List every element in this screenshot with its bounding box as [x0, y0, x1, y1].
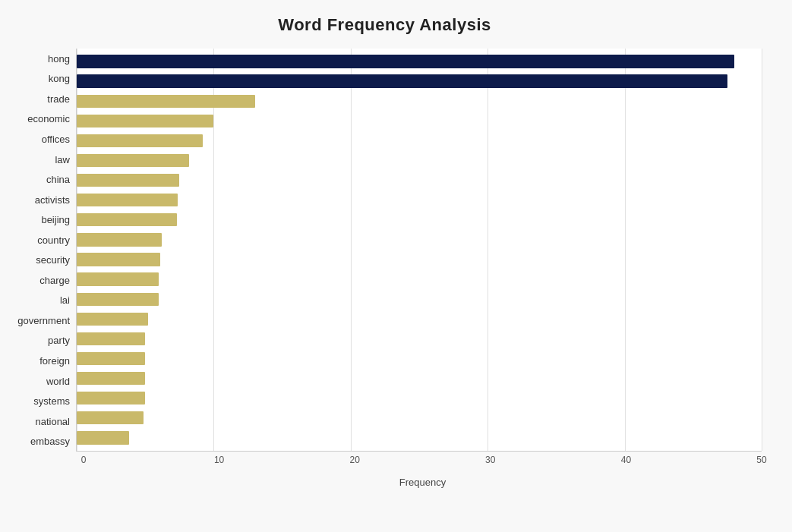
bar-activists	[77, 194, 178, 206]
y-label-world: world	[8, 376, 70, 386]
bar-law	[77, 154, 189, 167]
x-tick-50: 50	[756, 455, 766, 465]
bar-row-government	[77, 309, 762, 329]
bar-row-party	[77, 329, 762, 348]
bar-row-security	[77, 250, 762, 269]
bar-foreign	[77, 352, 145, 365]
chart-title: Word Frequency Analysis	[8, 15, 762, 35]
y-label-law: law	[8, 155, 70, 165]
bar-hong	[77, 55, 734, 68]
y-label-systems: systems	[8, 396, 70, 406]
bar-row-foreign	[77, 348, 762, 368]
bar-kong	[77, 74, 727, 87]
bar-row-activists	[77, 190, 762, 210]
y-label-government: government	[8, 316, 70, 326]
bar-row-embassy	[77, 428, 762, 448]
bar-charge	[77, 272, 159, 285]
bar-offices	[77, 134, 203, 147]
bar-row-charge	[77, 269, 762, 289]
y-label-charge: charge	[8, 275, 70, 285]
bar-trade	[77, 95, 255, 108]
bar-row-kong	[77, 71, 762, 91]
bar-beijing	[77, 213, 177, 226]
bar-security	[77, 253, 160, 266]
bar-row-hong	[77, 52, 762, 71]
bar-party	[77, 332, 145, 345]
x-tick-0: 0	[81, 455, 87, 465]
y-label-hong: hong	[8, 54, 70, 64]
bar-row-world	[77, 369, 762, 389]
bar-row-lai	[77, 289, 762, 309]
x-tick-20: 20	[350, 455, 360, 465]
grid-line-50	[762, 49, 762, 451]
y-axis-labels: hongkongtradeeconomicofficeslawchinaacti…	[8, 49, 76, 452]
x-axis-title: Frequency	[84, 477, 762, 488]
bar-national	[77, 411, 144, 424]
bar-row-national	[77, 408, 762, 428]
bar-row-systems	[77, 389, 762, 408]
bar-row-country	[77, 230, 762, 250]
bar-row-economic	[77, 111, 762, 131]
y-label-lai: lai	[8, 295, 70, 305]
y-label-national: national	[8, 417, 70, 427]
y-label-security: security	[8, 255, 70, 265]
y-label-china: china	[8, 175, 70, 184]
bar-government	[77, 313, 148, 326]
chart-container: Word Frequency Analysis hongkongtradeeco…	[0, 0, 792, 532]
x-tick-40: 40	[621, 455, 631, 465]
y-label-country: country	[8, 235, 70, 245]
bar-row-offices	[77, 131, 762, 150]
bar-country	[77, 233, 162, 246]
y-label-economic: economic	[8, 114, 70, 124]
bar-systems	[77, 392, 145, 405]
y-label-party: party	[8, 335, 70, 345]
x-tick-30: 30	[485, 455, 495, 465]
bar-row-beijing	[77, 210, 762, 230]
bars-area	[76, 49, 762, 452]
bar-row-trade	[77, 91, 762, 111]
y-label-beijing: beijing	[8, 215, 70, 225]
bar-world	[77, 372, 145, 385]
y-label-activists: activists	[8, 195, 70, 205]
bar-lai	[77, 293, 159, 306]
y-label-trade: trade	[8, 94, 70, 104]
y-label-kong: kong	[8, 74, 70, 83]
bar-row-law	[77, 150, 762, 170]
y-label-embassy: embassy	[8, 436, 70, 446]
y-label-offices: offices	[8, 134, 70, 144]
bar-china	[77, 174, 179, 187]
bar-row-china	[77, 171, 762, 190]
bar-embassy	[77, 431, 129, 444]
bar-economic	[77, 115, 213, 127]
x-tick-10: 10	[214, 455, 224, 465]
y-label-foreign: foreign	[8, 356, 70, 366]
